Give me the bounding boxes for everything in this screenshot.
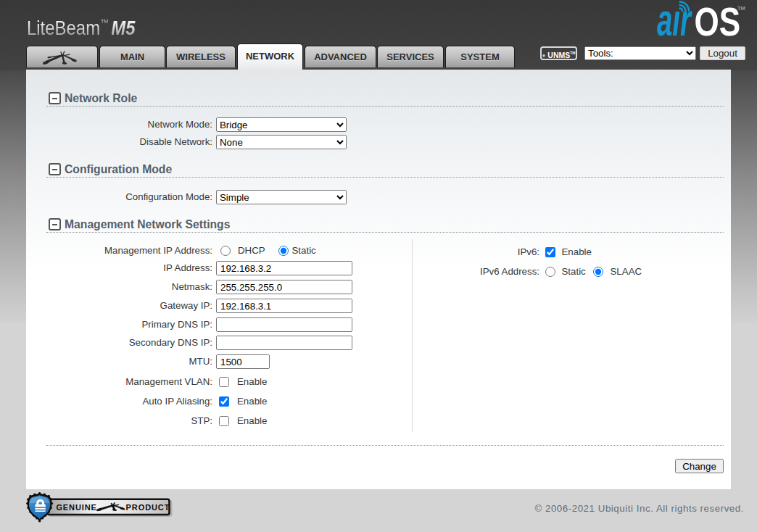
- svg-text:OS: OS: [695, 0, 741, 41]
- svg-text:GENUINE: GENUINE: [56, 503, 96, 512]
- svg-text:TM: TM: [737, 5, 745, 12]
- svg-text:PRODUCT: PRODUCT: [126, 503, 170, 512]
